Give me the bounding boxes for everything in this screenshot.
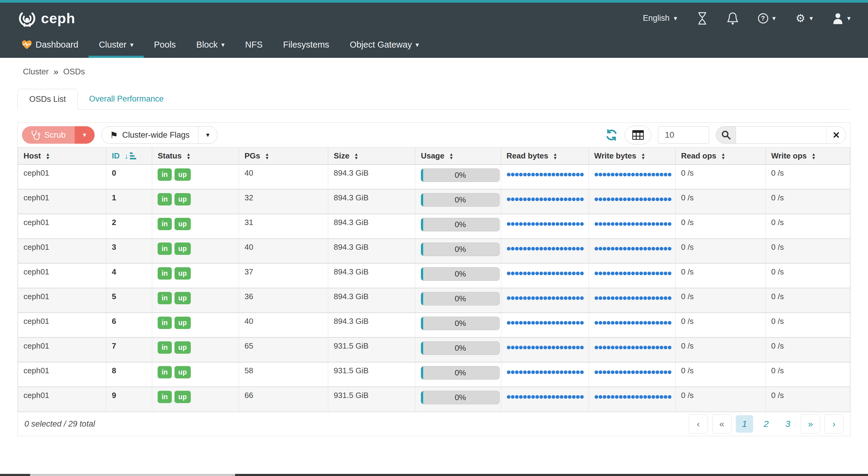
- cluster-wide-flags-button[interactable]: ⚑ Cluster-wide Flags ▾: [101, 126, 218, 144]
- refresh-icon[interactable]: [605, 128, 618, 141]
- settings-dropdown[interactable]: ⚙ ▾: [796, 13, 813, 24]
- column-header-pgs[interactable]: PGs▲▼: [239, 148, 328, 165]
- nav-item-filesystems[interactable]: Filesystems: [273, 34, 339, 58]
- page-number-2[interactable]: 2: [757, 415, 775, 433]
- search-input[interactable]: [736, 127, 827, 144]
- horizontal-scrollbar[interactable]: [0, 474, 868, 476]
- scrub-split-button[interactable]: Scrub ▾: [22, 126, 95, 144]
- osd-row-6[interactable]: ceph016inup40894.3 GiB0%0 /s0 /s: [18, 313, 850, 338]
- status-badge-in: in: [158, 193, 172, 205]
- status-badge-up: up: [175, 317, 191, 329]
- column-header-status[interactable]: Status▲▼: [152, 148, 239, 165]
- nav-item-pools[interactable]: Pools: [144, 34, 186, 58]
- nav-item-cluster[interactable]: Cluster▾: [89, 34, 144, 58]
- column-header-read-ops[interactable]: Read ops▲▼: [675, 148, 766, 165]
- osd-row-0[interactable]: ceph010inup40894.3 GiB0%0 /s0 /s: [18, 164, 850, 189]
- nav-item-object-gateway[interactable]: Object Gateway▾: [339, 34, 429, 58]
- language-dropdown[interactable]: English ▾: [643, 13, 677, 23]
- usage-progress-bar: 0%: [421, 366, 500, 380]
- osd-row-8[interactable]: ceph018inup58931.5 GiB0%0 /s0 /s: [18, 362, 850, 387]
- read-ops-cell: 0 /s: [675, 214, 766, 239]
- status-cell: inup: [152, 338, 239, 362]
- clear-search-button[interactable]: ✕: [827, 127, 846, 144]
- read-ops-cell: 0 /s: [675, 239, 766, 263]
- column-header-write-ops[interactable]: Write ops▲▼: [766, 148, 850, 165]
- flags-dropdown-toggle[interactable]: ▾: [198, 127, 217, 144]
- nav-item-block[interactable]: Block▾: [186, 34, 235, 58]
- size-cell: 894.3 GiB: [328, 313, 415, 338]
- osd-row-2[interactable]: ceph012inup31894.3 GiB0%0 /s0 /s: [18, 214, 850, 239]
- read-ops-cell: 0 /s: [675, 313, 766, 338]
- tab-osds-list[interactable]: OSDs List: [18, 89, 78, 110]
- column-header-read-bytes[interactable]: Read bytes▲▼: [501, 148, 589, 165]
- notifications-button[interactable]: [727, 12, 738, 25]
- usage-progress-fill: [421, 169, 423, 182]
- bell-icon: [727, 12, 738, 25]
- write-bytes-cell: [589, 362, 675, 387]
- osd-row-4[interactable]: ceph014inup37894.3 GiB0%0 /s0 /s: [18, 263, 850, 288]
- id-cell: 6: [106, 313, 152, 338]
- status-badge-up: up: [175, 168, 191, 181]
- nav-item-dashboard[interactable]: Dashboard: [11, 34, 89, 58]
- host-cell: ceph01: [18, 338, 106, 362]
- page-first-button[interactable]: «: [712, 414, 732, 434]
- sort-toggle-icon: ▲▼: [449, 153, 453, 160]
- scrub-dropdown-toggle[interactable]: ▾: [75, 126, 95, 144]
- page-number-3[interactable]: 3: [779, 415, 797, 433]
- usage-progress-fill: [421, 218, 423, 231]
- scrub-button-label: Scrub: [44, 130, 66, 140]
- usage-progress-bar: 0%: [421, 292, 500, 306]
- nav-item-label: Dashboard: [36, 40, 79, 50]
- page-prev-button[interactable]: ‹: [689, 414, 708, 434]
- help-dropdown[interactable]: ? ▾: [758, 13, 776, 24]
- ceph-logo[interactable]: ceph: [18, 9, 75, 28]
- page-last-button[interactable]: »: [801, 414, 820, 434]
- read-bytes-cell: [501, 313, 589, 338]
- id-cell: 2: [106, 214, 152, 239]
- page-size-input[interactable]: [658, 126, 709, 144]
- pgs-cell: 36: [239, 288, 328, 313]
- osd-row-9[interactable]: ceph019inup66931.5 GiB0%0 /s0 /s: [18, 387, 850, 412]
- status-badge-in: in: [158, 366, 172, 378]
- usage-cell: 0%: [415, 338, 501, 362]
- host-cell: ceph01: [18, 214, 106, 239]
- read-ops-cell: 0 /s: [675, 164, 766, 189]
- status-badge-up: up: [175, 243, 191, 255]
- column-header-id[interactable]: ID↓: [106, 148, 152, 165]
- usage-progress-bar: 0%: [421, 391, 500, 404]
- osd-row-1[interactable]: ceph011inup32894.3 GiB0%0 /s0 /s: [18, 189, 850, 214]
- page-next-button[interactable]: ›: [824, 414, 844, 434]
- nav-item-nfs[interactable]: NFS: [235, 34, 273, 58]
- usage-label: 0%: [455, 393, 466, 402]
- column-header-write-bytes[interactable]: Write bytes▲▼: [589, 148, 675, 165]
- status-badge-in: in: [158, 292, 172, 304]
- osd-row-3[interactable]: ceph013inup40894.3 GiB0%0 /s0 /s: [18, 239, 850, 263]
- breadcrumb-separator: »: [54, 67, 59, 77]
- search-icon: [721, 130, 731, 140]
- column-toggle-button[interactable]: [625, 126, 651, 144]
- id-cell: 8: [106, 362, 152, 387]
- page-number-1[interactable]: 1: [736, 415, 753, 433]
- status-cell: inup: [152, 164, 239, 189]
- selection-summary: 0 selected / 29 total: [24, 419, 95, 429]
- id-cell: 7: [106, 338, 152, 362]
- column-header-host[interactable]: Host▲▼: [18, 148, 106, 165]
- tab-overall-performance[interactable]: Overall Performance: [78, 89, 176, 110]
- status-badge-up: up: [175, 193, 191, 205]
- stethoscope-icon: [31, 130, 40, 140]
- user-dropdown[interactable]: ▾: [833, 13, 850, 24]
- column-header-usage[interactable]: Usage▲▼: [415, 148, 501, 165]
- column-header-size[interactable]: Size▲▼: [328, 148, 415, 165]
- status-cell: inup: [152, 387, 239, 412]
- top-accent-strip: [0, 0, 868, 3]
- search-icon-addon: [716, 127, 736, 144]
- status-badge-in: in: [158, 391, 172, 403]
- osd-row-7[interactable]: ceph017inup65931.5 GiB0%0 /s0 /s: [18, 338, 850, 362]
- tasks-button[interactable]: [697, 12, 707, 25]
- status-cell: inup: [152, 362, 239, 387]
- breadcrumb-item-cluster[interactable]: Cluster: [23, 67, 49, 76]
- osd-row-5[interactable]: ceph015inup36894.3 GiB0%0 /s0 /s: [18, 288, 850, 313]
- nav-item-label: Filesystems: [283, 40, 329, 50]
- write-bytes-sparkline: [594, 295, 672, 301]
- chevron-down-icon: ▾: [130, 41, 133, 49]
